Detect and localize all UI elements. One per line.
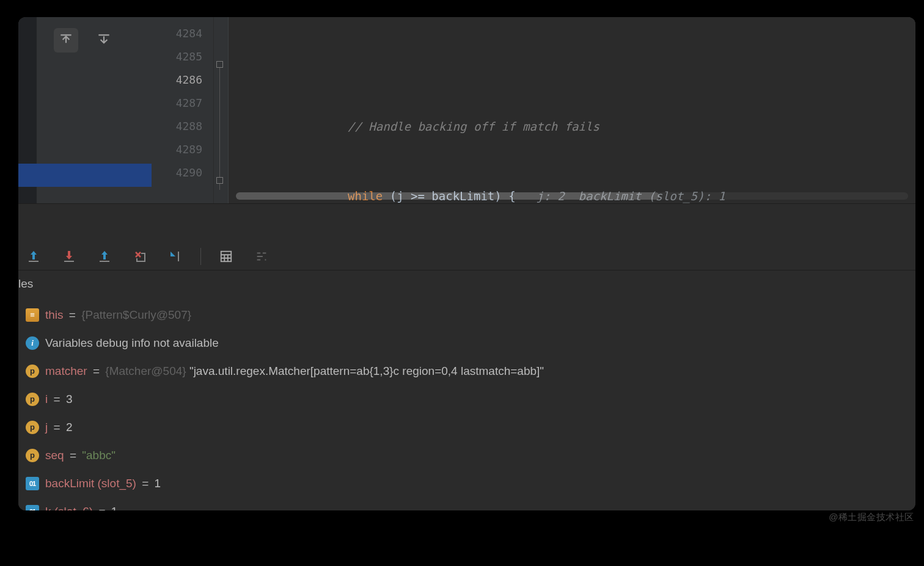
object-icon: ≡: [26, 308, 39, 322]
step-out-icon[interactable]: [94, 246, 115, 267]
toolbar-separator: [200, 248, 201, 265]
primitive-icon: 01: [26, 477, 39, 490]
variable-row-backlimit[interactable]: 01 backLimit (slot_5) = 1: [26, 470, 915, 498]
variable-row-info: i Variables debug info not available: [26, 329, 915, 357]
line-number[interactable]: 4288: [152, 115, 213, 138]
variable-row-k[interactable]: 01 k (slot_6) = 1: [26, 498, 915, 510]
code-editor[interactable]: 4284 4285 4286 4287 4288 4289 4290 // Ha…: [18, 17, 915, 203]
line-number[interactable]: 4285: [152, 45, 213, 68]
line-number[interactable]: 4284: [152, 22, 213, 45]
variable-row-seq[interactable]: p seq = "abbc": [26, 441, 915, 470]
line-number-current[interactable]: 4286: [152, 68, 213, 92]
variable-row-i[interactable]: p i = 3: [26, 385, 915, 413]
debugger-toolbar: [18, 242, 915, 270]
drop-frame-icon[interactable]: [130, 246, 150, 267]
code-line[interactable]: // Handle backing off if match fails: [229, 115, 915, 138]
code-content[interactable]: // Handle backing off if match fails whi…: [229, 17, 915, 203]
primitive-icon: 01: [26, 505, 39, 510]
line-number[interactable]: 4287: [152, 92, 213, 115]
fold-gutter[interactable]: [214, 17, 229, 203]
fold-handle-icon[interactable]: [216, 61, 223, 68]
param-icon: p: [26, 449, 39, 462]
variable-row-matcher[interactable]: p matcher = {Matcher@504} "java.util.reg…: [26, 357, 915, 385]
svg-rect-2: [100, 261, 109, 262]
panel-divider[interactable]: [18, 203, 915, 242]
variables-panel[interactable]: ≡ this = {Pattern$Curly@507} i Variables…: [18, 297, 915, 510]
trace-icon[interactable]: [251, 246, 272, 267]
param-icon: p: [26, 393, 39, 406]
info-icon: i: [26, 336, 39, 350]
watermark: @稀土掘金技术社区: [829, 512, 914, 523]
download-icon[interactable]: [92, 28, 116, 53]
param-icon: p: [26, 421, 39, 434]
svg-rect-3: [178, 252, 179, 261]
step-into-icon[interactable]: [59, 246, 79, 267]
line-number[interactable]: 4290: [152, 161, 213, 184]
upload-icon[interactable]: [54, 28, 78, 53]
variable-row-j[interactable]: p j = 2: [26, 413, 915, 441]
line-number-gutter[interactable]: 4284 4285 4286 4287 4288 4289 4290: [152, 17, 214, 203]
ide-window: 4284 4285 4286 4287 4288 4289 4290 // Ha…: [18, 17, 915, 510]
svg-rect-4: [221, 251, 232, 261]
variables-tab-label: les: [18, 277, 33, 291]
evaluate-expression-icon[interactable]: [216, 246, 237, 267]
param-icon: p: [26, 365, 39, 378]
run-to-cursor-icon[interactable]: [165, 246, 186, 267]
variables-tab[interactable]: les: [18, 270, 915, 297]
breakpoint-gutter[interactable]: [18, 17, 37, 203]
svg-rect-1: [64, 261, 74, 262]
variable-row-this[interactable]: ≡ this = {Pattern$Curly@507}: [26, 301, 915, 329]
step-over-icon[interactable]: [23, 246, 44, 267]
fold-handle-icon[interactable]: [216, 177, 223, 184]
svg-rect-0: [29, 261, 38, 262]
line-number[interactable]: 4289: [152, 138, 213, 161]
horizontal-scrollbar[interactable]: [236, 192, 908, 200]
